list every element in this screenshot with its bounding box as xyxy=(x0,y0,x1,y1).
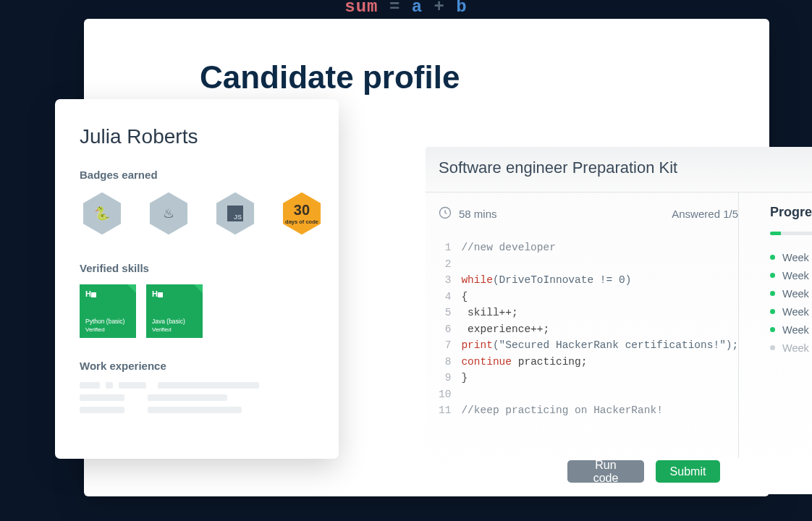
progress-title: Progress xyxy=(770,205,812,220)
progress-week-item[interactable]: Week 2 xyxy=(770,266,812,284)
code-content: //new developer while(DriveToInnovate !=… xyxy=(461,240,738,419)
badges-section-header: Badges earned xyxy=(80,169,314,181)
week-label: Week 4 xyxy=(782,306,812,318)
java-badge[interactable]: ♨ xyxy=(146,191,191,236)
progress-week-list: Week 1Week 2Week 3Week 4Week 5Week 6 xyxy=(770,248,812,357)
kit-meta-row: 58 mins Answered 1/5 xyxy=(439,206,738,221)
badge-subtitle: days of code xyxy=(285,219,318,225)
progress-bar-fill xyxy=(770,232,781,235)
progress-week-item[interactable]: Week 4 xyxy=(770,302,812,321)
python-basic-tile[interactable]: HPython (basic)Verified xyxy=(80,284,136,338)
badge-glyph-icon: ♨ xyxy=(163,206,174,221)
page-title: Candidate profile xyxy=(200,59,460,96)
java-basic-tile[interactable]: HJava (basic)Verified xyxy=(146,284,203,338)
code-editor[interactable]: 1234567891011 //new developer while(Driv… xyxy=(439,240,729,419)
js-icon: JS xyxy=(234,213,242,221)
week-label: Week 5 xyxy=(782,324,812,336)
skills-section-header: Verified skills xyxy=(80,262,314,274)
skill-logo: H xyxy=(152,289,197,298)
skills-row: HPython (basic)VerifiedHJava (basic)Veri… xyxy=(80,284,314,338)
progress-panel: Progress Week 1Week 2Week 3Week 4Week 5W… xyxy=(770,205,812,357)
python-badge[interactable]: 🐍 xyxy=(80,191,124,236)
progress-bar xyxy=(770,232,812,235)
progress-week-item[interactable]: Week 3 xyxy=(770,284,812,302)
work-section-header: Work experience xyxy=(80,360,314,372)
run-code-button[interactable]: Run code xyxy=(567,460,644,483)
clock-icon xyxy=(439,206,452,221)
skill-name: Java (basic) xyxy=(152,318,197,325)
progress-week-item[interactable]: Week 5 xyxy=(770,321,812,339)
time-indicator: 58 mins xyxy=(439,206,497,221)
dot-icon xyxy=(770,309,775,314)
dot-icon xyxy=(770,291,775,296)
tile-corner-icon xyxy=(194,284,203,293)
30days-badge[interactable]: 30days of code xyxy=(279,191,324,236)
week-label: Week 6 xyxy=(782,342,812,354)
week-label: Week 2 xyxy=(782,270,812,281)
tile-corner-icon xyxy=(127,284,136,293)
submit-button[interactable]: Submit xyxy=(656,460,720,483)
candidate-profile-card: Julia Roberts Badges earned 🐍♨JS30days o… xyxy=(55,99,339,459)
week-label: Week 3 xyxy=(782,288,812,300)
bg-code-snippet: sum = a + b xyxy=(344,0,467,17)
progress-week-item[interactable]: Week 6 xyxy=(770,339,812,357)
js-badge[interactable]: JS xyxy=(213,191,258,236)
kit-title: Software engineer Preparation Kit xyxy=(439,158,677,177)
skill-logo: H xyxy=(85,289,130,298)
dot-icon xyxy=(770,345,775,350)
work-experience-placeholder xyxy=(80,382,314,413)
badge-number: 30 xyxy=(294,202,310,219)
badges-row: 🐍♨JS30days of code xyxy=(80,191,314,236)
skill-name: Python (basic) xyxy=(85,318,130,325)
skill-status: Verified xyxy=(152,326,197,333)
candidate-name: Julia Roberts xyxy=(80,125,314,148)
dot-icon xyxy=(770,273,775,278)
line-number-gutter: 1234567891011 xyxy=(439,240,461,419)
divider xyxy=(426,192,812,192)
badge-glyph-icon: 🐍 xyxy=(94,206,110,221)
answered-count: Answered 1/5 xyxy=(672,208,738,220)
time-value: 58 mins xyxy=(459,208,497,220)
dot-icon xyxy=(770,327,775,332)
progress-week-item[interactable]: Week 1 xyxy=(770,248,812,266)
week-label: Week 1 xyxy=(782,252,812,263)
dot-icon xyxy=(770,255,775,260)
skill-status: Verified xyxy=(85,326,130,333)
action-row: Run code Submit xyxy=(567,460,720,483)
prep-kit-panel: Software engineer Preparation Kit 58 min… xyxy=(426,147,812,494)
